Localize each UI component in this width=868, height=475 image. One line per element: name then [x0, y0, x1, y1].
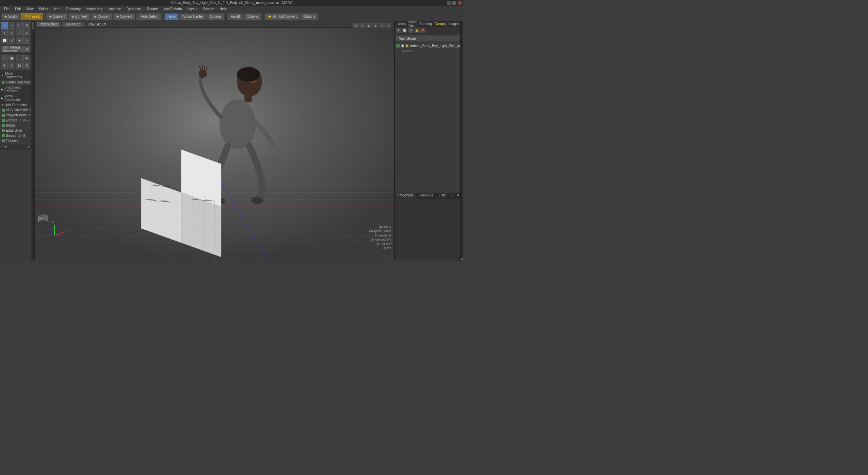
- tool-icon-b[interactable]: ⬤: [8, 55, 15, 61]
- tool-icon-c[interactable]: ⬛: [16, 55, 23, 61]
- menu-dynamics[interactable]: Dynamics: [124, 7, 144, 11]
- rt-lock-btn[interactable]: 🔒: [414, 28, 419, 33]
- menu-render[interactable]: Render: [144, 7, 161, 11]
- menu-system[interactable]: System: [200, 7, 217, 11]
- options2-button[interactable]: Options: [244, 13, 261, 20]
- menu-file[interactable]: File: [1, 7, 12, 11]
- menu-select[interactable]: Select: [36, 7, 51, 11]
- menu-view[interactable]: View: [23, 7, 36, 11]
- thicken-item[interactable]: Thicken: [0, 138, 32, 143]
- edit-expand-icon[interactable]: ▼: [27, 146, 30, 149]
- add-geometry-header: ▼ Add Geometry: [0, 102, 32, 108]
- vstrip-btn-2[interactable]: [32, 24, 34, 26]
- svg-point-34: [251, 196, 263, 205]
- tool-icon-g[interactable]: ◧: [16, 62, 23, 69]
- add-panel-button[interactable]: +: [449, 193, 455, 199]
- menu-item[interactable]: Item: [51, 7, 63, 11]
- rt-gear-btn[interactable]: ⚙: [408, 28, 413, 33]
- window-controls[interactable]: _ □ ×: [447, 1, 462, 5]
- paint-tool-icon[interactable]: 🖌: [8, 37, 15, 44]
- svg-marker-47: [141, 178, 181, 243]
- tool-icon-e[interactable]: ✱: [1, 62, 8, 69]
- action-center-button[interactable]: Action Center: [179, 13, 206, 20]
- add-geometry-expand-icon[interactable]: ▼: [1, 103, 4, 107]
- convert-button-1[interactable]: ◈ Convert: [46, 13, 68, 20]
- rt-pin-btn[interactable]: 📌: [420, 28, 426, 33]
- auto-select-button[interactable]: Auto Select: [138, 13, 161, 20]
- item-tool-icon[interactable]: ⬜: [1, 37, 8, 44]
- rotate-tool-icon[interactable]: ↻: [16, 22, 23, 29]
- lists-tab[interactable]: Lists: [436, 193, 449, 199]
- smooth-shift-item[interactable]: Smooth Shift: [0, 133, 32, 138]
- tool-icons-group: ◎ ↔ ↻ ⊞ ✦ ● ╱ ▲ ⬜ 🖌 ◈ ∿: [0, 21, 32, 45]
- properties-tab[interactable]: Properties: [395, 193, 416, 199]
- tool-icon-h[interactable]: ⊞: [23, 62, 30, 69]
- vertex-tool-icon[interactable]: ●: [8, 30, 15, 36]
- move-tool-icon[interactable]: ↔: [8, 22, 15, 29]
- extrude-item[interactable]: Extrude Shift+X: [0, 118, 32, 123]
- menu-help[interactable]: Help: [217, 7, 230, 11]
- minimize-button[interactable]: _: [447, 1, 451, 5]
- mesh-ops-right-tab[interactable]: Mesh Ops: [407, 21, 418, 28]
- menu-maxtomodo[interactable]: MaxToModo: [161, 7, 184, 11]
- close-button[interactable]: ×: [458, 1, 462, 5]
- sds-subdivide-item[interactable]: SDS Subdivide 2X: [0, 108, 32, 113]
- maximize-button[interactable]: □: [452, 1, 456, 5]
- extrude-icon: [2, 119, 5, 122]
- edge-slice-item[interactable]: Edge Slice: [0, 128, 32, 133]
- options1-button[interactable]: Options: [207, 13, 224, 20]
- convert-button-4[interactable]: ◈ Convert: [113, 13, 135, 20]
- polygon-tool-icon[interactable]: ▲: [23, 30, 30, 36]
- shading-right-tab[interactable]: Shading: [418, 22, 433, 26]
- scene-item-root[interactable]: ✓ 📋 🔒 African_Baby_Boy_Light_Skin_in_Ful…: [395, 43, 460, 49]
- advanced-tab[interactable]: Advanced: [62, 22, 83, 27]
- menu-vertexmap[interactable]: Vertex Map: [83, 7, 106, 11]
- groups-right-tab[interactable]: Groups: [433, 22, 447, 26]
- polygon-bevel-item[interactable]: Polygon Bevel Shift+B: [0, 113, 32, 118]
- tool-icon-d[interactable]: ▣: [23, 55, 30, 61]
- vstrip-btn-3[interactable]: [32, 27, 34, 29]
- rvstrip-btn-1[interactable]: [461, 258, 463, 260]
- channels-tab[interactable]: Channels: [416, 193, 436, 199]
- new-group-button[interactable]: New Group: [396, 36, 459, 41]
- menu-edit[interactable]: Edit: [12, 7, 23, 11]
- center-selected-item[interactable]: Center Selected: [0, 80, 32, 85]
- snaps-expand-icon[interactable]: ▶: [1, 88, 3, 91]
- tool-icon-f[interactable]: ⊕: [8, 62, 15, 69]
- perspective-tab[interactable]: Perspective: [37, 22, 60, 27]
- convert-button-3[interactable]: ◈ Convert: [91, 13, 113, 20]
- scale-tool-icon[interactable]: ⊞: [23, 22, 30, 29]
- select-tool-icon[interactable]: ◎: [1, 22, 8, 29]
- scene-doc-icon[interactable]: 📋: [400, 44, 405, 48]
- items-right-tab[interactable]: Items: [396, 22, 407, 26]
- scene-visibility-icon[interactable]: ✓: [396, 44, 400, 48]
- falloff-button[interactable]: Falloff: [228, 13, 243, 20]
- edge-tool-icon[interactable]: ╱: [16, 30, 23, 36]
- items-button[interactable]: Items: [164, 13, 179, 20]
- ray-gl-toggle[interactable]: Ray GL: Off: [86, 22, 109, 26]
- menu-animate[interactable]: Animate: [106, 7, 124, 11]
- sculpt-tool-icon[interactable]: ◈: [16, 37, 23, 44]
- rt-doc-btn[interactable]: 📋: [402, 28, 407, 33]
- mesh-constraints-expand-icon[interactable]: ▶: [1, 97, 3, 100]
- menu-geometry[interactable]: Geometry: [63, 7, 83, 11]
- scene-lock-icon[interactable]: 🔒: [405, 44, 409, 48]
- convert-button-2[interactable]: ◈ Convert: [68, 13, 90, 20]
- options3-button[interactable]: Options: [300, 13, 318, 20]
- tool-icon-a[interactable]: ⬡: [1, 55, 8, 61]
- vstrip-btn-1[interactable]: [32, 22, 34, 24]
- falloff-tool-icon[interactable]: ∿: [23, 37, 30, 44]
- right-panel: Items Mesh Ops Shading Groups Images 👁 📋…: [394, 21, 460, 261]
- menu-layout[interactable]: Layout: [184, 7, 200, 11]
- viewport-3d[interactable]: X Y Z No Items Po: [35, 28, 394, 261]
- sculpt-button[interactable]: ◈ Sculpt: [1, 13, 21, 20]
- presets-button[interactable]: ⚙ Presets: [21, 13, 43, 20]
- transforms-expand-icon[interactable]: ▼: [1, 74, 4, 77]
- images-right-tab[interactable]: Images: [447, 22, 460, 26]
- item-menus-button[interactable]: Item Menus: New Item ▼: [1, 46, 31, 52]
- symbol-convert-button[interactable]: ⚡ Symbol Convert: [264, 13, 300, 20]
- rt-eye-btn[interactable]: 👁: [396, 28, 401, 33]
- bridge-item[interactable]: Bridge: [0, 123, 32, 128]
- transform-tool-icon[interactable]: ✦: [1, 30, 8, 36]
- close-bottom-panel-button[interactable]: ✕: [455, 193, 460, 199]
